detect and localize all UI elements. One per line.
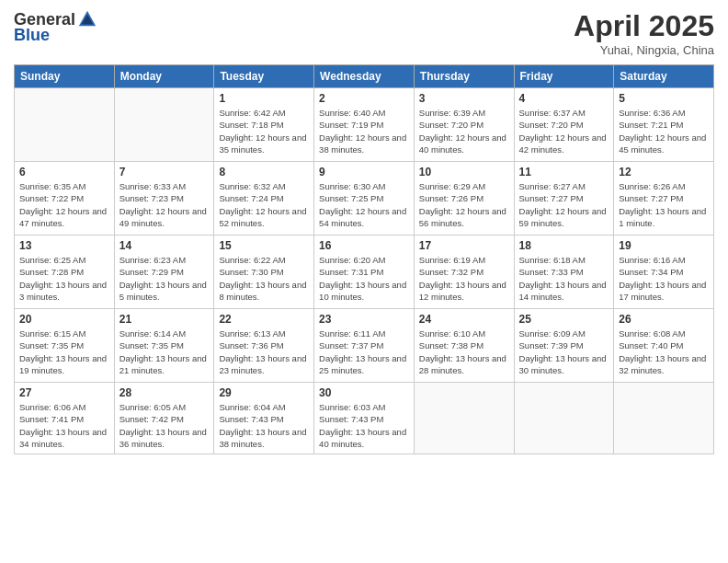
day-info: Sunrise: 6:06 AM Sunset: 7:41 PM Dayligh… <box>19 401 109 450</box>
header: General Blue April 2025 Yuhai, Ningxia, … <box>14 9 714 57</box>
calendar-cell: 1Sunrise: 6:42 AM Sunset: 7:18 PM Daylig… <box>214 88 314 162</box>
calendar-cell: 4Sunrise: 6:37 AM Sunset: 7:20 PM Daylig… <box>514 88 614 162</box>
day-info: Sunrise: 6:23 AM Sunset: 7:29 PM Dayligh… <box>119 254 210 303</box>
col-thursday: Thursday <box>414 65 514 88</box>
logo-blue-text: Blue <box>14 26 50 45</box>
day-info: Sunrise: 6:36 AM Sunset: 7:21 PM Dayligh… <box>619 107 709 155</box>
day-number: 23 <box>319 313 409 326</box>
day-number: 14 <box>119 239 210 252</box>
day-number: 30 <box>319 386 409 399</box>
calendar-cell: 18Sunrise: 6:18 AM Sunset: 7:33 PM Dayli… <box>514 236 614 309</box>
day-number: 9 <box>319 166 409 178</box>
calendar-cell: 26Sunrise: 6:08 AM Sunset: 7:40 PM Dayli… <box>614 309 714 383</box>
day-number: 15 <box>219 239 309 252</box>
day-info: Sunrise: 6:20 AM Sunset: 7:31 PM Dayligh… <box>319 254 409 303</box>
day-number: 26 <box>619 313 709 326</box>
calendar-cell: 20Sunrise: 6:15 AM Sunset: 7:35 PM Dayli… <box>15 309 115 383</box>
day-number: 21 <box>119 313 210 326</box>
calendar-cell: 7Sunrise: 6:33 AM Sunset: 7:23 PM Daylig… <box>114 162 214 236</box>
day-info: Sunrise: 6:27 AM Sunset: 7:27 PM Dayligh… <box>519 180 609 229</box>
day-info: Sunrise: 6:30 AM Sunset: 7:25 PM Dayligh… <box>319 180 409 229</box>
col-wednesday: Wednesday <box>314 65 415 88</box>
col-tuesday: Tuesday <box>214 65 314 88</box>
day-info: Sunrise: 6:22 AM Sunset: 7:30 PM Dayligh… <box>219 254 309 303</box>
day-number: 4 <box>519 92 609 105</box>
day-info: Sunrise: 6:04 AM Sunset: 7:43 PM Dayligh… <box>219 401 309 450</box>
calendar-cell: 19Sunrise: 6:16 AM Sunset: 7:34 PM Dayli… <box>614 236 714 309</box>
day-info: Sunrise: 6:09 AM Sunset: 7:39 PM Dayligh… <box>519 327 609 376</box>
calendar-cell: 12Sunrise: 6:26 AM Sunset: 7:27 PM Dayli… <box>614 162 714 236</box>
calendar-cell: 24Sunrise: 6:10 AM Sunset: 7:38 PM Dayli… <box>414 309 514 383</box>
calendar-cell: 30Sunrise: 6:03 AM Sunset: 7:43 PM Dayli… <box>314 383 415 454</box>
day-number: 18 <box>519 239 609 252</box>
title-section: April 2025 Yuhai, Ningxia, China <box>574 9 714 57</box>
day-info: Sunrise: 6:11 AM Sunset: 7:37 PM Dayligh… <box>319 327 409 376</box>
day-info: Sunrise: 6:15 AM Sunset: 7:35 PM Dayligh… <box>19 327 109 376</box>
day-info: Sunrise: 6:03 AM Sunset: 7:43 PM Dayligh… <box>319 401 409 450</box>
day-info: Sunrise: 6:13 AM Sunset: 7:36 PM Dayligh… <box>219 327 309 376</box>
day-info: Sunrise: 6:29 AM Sunset: 7:26 PM Dayligh… <box>419 180 509 229</box>
day-info: Sunrise: 6:18 AM Sunset: 7:33 PM Dayligh… <box>519 254 609 303</box>
day-number: 22 <box>219 313 309 326</box>
calendar-cell: 29Sunrise: 6:04 AM Sunset: 7:43 PM Dayli… <box>214 383 314 454</box>
calendar-cell: 5Sunrise: 6:36 AM Sunset: 7:21 PM Daylig… <box>614 88 714 162</box>
calendar-cell: 27Sunrise: 6:06 AM Sunset: 7:41 PM Dayli… <box>15 383 115 454</box>
calendar-cell <box>15 88 115 162</box>
day-info: Sunrise: 6:25 AM Sunset: 7:28 PM Dayligh… <box>19 254 109 303</box>
calendar-cell: 2Sunrise: 6:40 AM Sunset: 7:19 PM Daylig… <box>314 88 415 162</box>
calendar-cell: 8Sunrise: 6:32 AM Sunset: 7:24 PM Daylig… <box>214 162 314 236</box>
calendar-cell: 23Sunrise: 6:11 AM Sunset: 7:37 PM Dayli… <box>314 309 415 383</box>
calendar-cell <box>514 383 614 454</box>
col-sunday: Sunday <box>15 65 115 88</box>
day-number: 1 <box>219 92 309 105</box>
day-info: Sunrise: 6:35 AM Sunset: 7:22 PM Dayligh… <box>19 180 109 229</box>
day-number: 12 <box>619 166 709 178</box>
calendar-cell: 17Sunrise: 6:19 AM Sunset: 7:32 PM Dayli… <box>414 236 514 309</box>
calendar-cell: 16Sunrise: 6:20 AM Sunset: 7:31 PM Dayli… <box>314 236 415 309</box>
calendar-cell <box>614 383 714 454</box>
calendar-cell: 11Sunrise: 6:27 AM Sunset: 7:27 PM Dayli… <box>514 162 614 236</box>
month-title: April 2025 <box>574 9 714 43</box>
day-info: Sunrise: 6:32 AM Sunset: 7:24 PM Dayligh… <box>219 180 309 229</box>
day-number: 3 <box>419 92 509 105</box>
day-number: 2 <box>319 92 409 105</box>
calendar-cell: 9Sunrise: 6:30 AM Sunset: 7:25 PM Daylig… <box>314 162 415 236</box>
day-info: Sunrise: 6:40 AM Sunset: 7:19 PM Dayligh… <box>319 107 409 155</box>
day-number: 24 <box>419 313 509 326</box>
calendar-cell: 25Sunrise: 6:09 AM Sunset: 7:39 PM Dayli… <box>514 309 614 383</box>
calendar-cell: 13Sunrise: 6:25 AM Sunset: 7:28 PM Dayli… <box>15 236 115 309</box>
day-info: Sunrise: 6:39 AM Sunset: 7:20 PM Dayligh… <box>419 107 509 155</box>
day-number: 13 <box>19 239 109 252</box>
calendar-cell: 28Sunrise: 6:05 AM Sunset: 7:42 PM Dayli… <box>114 383 214 454</box>
page: General Blue April 2025 Yuhai, Ningxia, … <box>0 0 728 563</box>
day-info: Sunrise: 6:05 AM Sunset: 7:42 PM Dayligh… <box>119 401 210 450</box>
calendar-cell: 6Sunrise: 6:35 AM Sunset: 7:22 PM Daylig… <box>15 162 115 236</box>
location-subtitle: Yuhai, Ningxia, China <box>574 43 714 57</box>
day-info: Sunrise: 6:08 AM Sunset: 7:40 PM Dayligh… <box>619 327 709 376</box>
day-number: 8 <box>219 166 309 178</box>
calendar-cell <box>414 383 514 454</box>
day-info: Sunrise: 6:14 AM Sunset: 7:35 PM Dayligh… <box>119 327 210 376</box>
day-number: 6 <box>19 166 109 178</box>
logo-icon <box>77 9 97 29</box>
calendar-cell: 22Sunrise: 6:13 AM Sunset: 7:36 PM Dayli… <box>214 309 314 383</box>
calendar-cell <box>114 88 214 162</box>
day-number: 11 <box>519 166 609 178</box>
day-info: Sunrise: 6:26 AM Sunset: 7:27 PM Dayligh… <box>619 180 709 229</box>
calendar-cell: 21Sunrise: 6:14 AM Sunset: 7:35 PM Dayli… <box>114 309 214 383</box>
day-number: 28 <box>119 386 210 399</box>
calendar-table: Sunday Monday Tuesday Wednesday Thursday… <box>14 64 714 454</box>
col-saturday: Saturday <box>614 65 714 88</box>
day-info: Sunrise: 6:33 AM Sunset: 7:23 PM Dayligh… <box>119 180 210 229</box>
day-info: Sunrise: 6:19 AM Sunset: 7:32 PM Dayligh… <box>419 254 509 303</box>
col-friday: Friday <box>514 65 614 88</box>
day-number: 29 <box>219 386 309 399</box>
calendar-cell: 14Sunrise: 6:23 AM Sunset: 7:29 PM Dayli… <box>114 236 214 309</box>
day-number: 20 <box>19 313 109 326</box>
day-info: Sunrise: 6:16 AM Sunset: 7:34 PM Dayligh… <box>619 254 709 303</box>
day-number: 16 <box>319 239 409 252</box>
day-number: 25 <box>519 313 609 326</box>
day-number: 5 <box>619 92 709 105</box>
calendar-cell: 10Sunrise: 6:29 AM Sunset: 7:26 PM Dayli… <box>414 162 514 236</box>
calendar-header-row: Sunday Monday Tuesday Wednesday Thursday… <box>15 65 714 88</box>
